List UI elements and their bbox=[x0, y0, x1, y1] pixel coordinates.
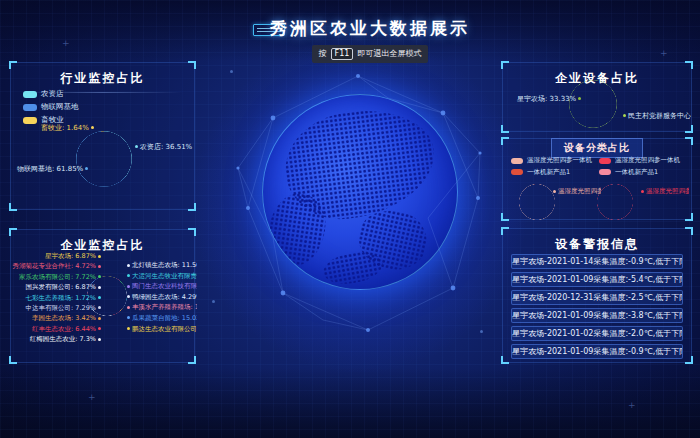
enterprise-labels-left: 星宇农场: 6.87%秀湖菊花专业合作社: 4.72%家乐农场有限公司: 7.7… bbox=[15, 252, 101, 343]
deco-dot bbox=[480, 330, 483, 333]
callout-dot bbox=[91, 126, 94, 129]
legend-item[interactable]: 一体机新产品1 bbox=[599, 168, 680, 177]
pie-callout-label: 瓜果蔬菜自留地: 15.02% bbox=[127, 314, 197, 322]
callout-dot bbox=[127, 295, 130, 298]
legend-item[interactable]: 农资店 bbox=[23, 89, 79, 99]
panel-industry-ratio: 行业监控占比 农资店物联网基地畜牧业 畜牧业: 1.64% 农资店: 36.51… bbox=[10, 62, 195, 210]
label-text: 温湿度光照四参一体机 bbox=[646, 187, 689, 195]
deco-dot bbox=[230, 70, 233, 73]
label-text: 秀湖菊花专业合作社: 4.72% bbox=[13, 262, 96, 270]
legend-item[interactable]: 温湿度光照四参一体机 bbox=[599, 156, 680, 165]
callout-dot bbox=[98, 286, 101, 289]
pie-callout-label: 中达丰有限公司: 7.29% bbox=[26, 304, 101, 312]
callout-dot bbox=[98, 327, 101, 330]
callout-dot bbox=[578, 97, 581, 100]
callout-dot bbox=[98, 275, 101, 278]
corner-bracket bbox=[685, 125, 693, 133]
label-text: 畜牧业: 1.64% bbox=[41, 124, 89, 132]
pie-callout-label: 民主村党群服务中心: bbox=[621, 111, 691, 121]
page-title: 秀洲区农业大数据展示 bbox=[40, 17, 700, 40]
pie-callout-label: 鹏达生态农业有限公司: 6.87% bbox=[127, 325, 197, 333]
devclass-right-donut[interactable] bbox=[597, 184, 633, 220]
legend-label: 物联网基地 bbox=[41, 102, 79, 112]
pie-callout-label: 国兴发有限公司: 6.87% bbox=[26, 283, 101, 291]
alarm-row: 星宇农场-2021-01-09采集温度:-5.4℃,低于下限:0℃ bbox=[511, 272, 683, 287]
label-text: 北灯镇生态农场: 11.56% bbox=[132, 261, 197, 269]
legend-label: 农资店 bbox=[41, 89, 64, 99]
label-text: 鹏达生态农业有限公司: 6.87% bbox=[132, 325, 197, 333]
legend-swatch bbox=[599, 169, 611, 175]
callout-dot bbox=[641, 190, 644, 193]
dashboard: + + + + 秀洲区农业大数据展示 按 bbox=[0, 0, 700, 438]
pie-callout-label: 陶门生态农业科技有限公 bbox=[127, 282, 197, 290]
corner-bracket bbox=[685, 137, 693, 145]
label-text: 农资店: 36.51% bbox=[140, 143, 192, 151]
alarm-list: 星宇农场-2021-01-14采集温度:-0.9℃,低于下限:0℃星宇农场-20… bbox=[511, 254, 683, 359]
legend-swatch bbox=[511, 169, 523, 175]
alarm-row: 星宇农场-2021-01-02采集温度:-2.0℃,低于下限:0℃ bbox=[511, 326, 683, 341]
industry-donut-chart[interactable] bbox=[76, 131, 132, 187]
devclass-chart-left: 温湿度光照四参一体机一体机新产品1 温湿度光照四参一体机 bbox=[509, 155, 603, 219]
panel-title: 行业监控占比 bbox=[11, 70, 194, 87]
legend-item[interactable]: 温湿度光照四参一体机 bbox=[511, 156, 592, 165]
panel-device-ratio: 企业设备占比 星宇农场: 33.33% 民主村党群服务中心: bbox=[502, 62, 692, 132]
pie-callout-label: 丰溪水产养殖养殖场: 1. bbox=[127, 303, 197, 311]
pie-callout-label: 大运河生态牧业有限责任公 bbox=[127, 272, 197, 280]
label-text: 温湿度光照四参一体机 bbox=[558, 187, 601, 195]
devclass-left-donut[interactable] bbox=[519, 184, 555, 220]
corner-bracket bbox=[501, 125, 509, 133]
corner-bracket bbox=[9, 61, 17, 69]
pie-callout-label: 温湿度光照四参一体机 bbox=[641, 187, 689, 196]
corner-bracket bbox=[501, 227, 509, 235]
legend-item[interactable]: 一体机新产品1 bbox=[511, 168, 592, 177]
devclass-chart-right: 温湿度光照四参一体机一体机新产品1 温湿度光照四参一体机 bbox=[597, 155, 691, 219]
pie-callout-label: 秀湖菊花专业合作社: 4.72% bbox=[13, 262, 101, 270]
callout-dot bbox=[127, 306, 130, 309]
corner-bracket bbox=[501, 213, 509, 221]
corner-bracket bbox=[9, 228, 17, 236]
hint-prefix: 按 bbox=[319, 48, 327, 59]
panel-device-alarms: 设备警报信息 星宇农场-2021-01-14采集温度:-0.9℃,低于下限:0℃… bbox=[502, 228, 692, 363]
callout-dot bbox=[127, 264, 130, 267]
pie-callout-label: 畜牧业: 1.64% bbox=[41, 123, 96, 133]
label-text: 李园生态农场: 3.42% bbox=[32, 314, 96, 322]
callout-dot bbox=[623, 114, 626, 117]
callout-dot bbox=[98, 255, 101, 258]
plus-mark: + bbox=[88, 392, 96, 402]
pie-callout-label: 物联网基地: 61.85% bbox=[17, 164, 90, 174]
f11-keycap: F11 bbox=[331, 48, 354, 60]
label-text: 大运河生态牧业有限责任公 bbox=[132, 272, 197, 280]
pie-callout-label: 温湿度光照四参一体机 bbox=[553, 187, 601, 196]
plus-mark: + bbox=[628, 400, 636, 410]
callout-dot bbox=[135, 145, 138, 148]
label-text: 中达丰有限公司: 7.29% bbox=[26, 304, 96, 312]
corner-bracket bbox=[685, 356, 693, 364]
callout-dot bbox=[127, 285, 130, 288]
device-donut-chart[interactable] bbox=[569, 80, 617, 128]
legend-item[interactable]: 物联网基地 bbox=[23, 102, 79, 112]
callout-dot bbox=[98, 338, 101, 341]
callout-dot bbox=[127, 316, 130, 319]
hint-suffix: 即可退出全屏模式 bbox=[357, 48, 421, 59]
legend-label: 一体机新产品1 bbox=[527, 168, 570, 177]
alarm-row: 星宇农场-2021-01-09采集温度:-0.9℃,低于下限:0℃ bbox=[511, 344, 683, 359]
pie-callout-label: 星宇农场: 33.33% bbox=[517, 94, 583, 104]
legend-label: 一体机新产品1 bbox=[615, 168, 658, 177]
deco-dot bbox=[212, 300, 215, 303]
legend-swatch bbox=[23, 104, 37, 111]
legend-swatch bbox=[511, 158, 523, 164]
devclass-left-legend: 温湿度光照四参一体机一体机新产品1 bbox=[511, 156, 592, 177]
label-text: 瓜果蔬菜自留地: 15.02% bbox=[132, 314, 197, 322]
callout-dot bbox=[98, 317, 101, 320]
corner-bracket bbox=[501, 137, 509, 145]
legend-swatch bbox=[23, 117, 37, 124]
fullscreen-hint-box: 按 F11 即可退出全屏模式 bbox=[312, 45, 429, 63]
callout-dot bbox=[98, 265, 101, 268]
corner-bracket bbox=[9, 203, 17, 211]
label-text: 民主村党群服务中心: bbox=[628, 112, 691, 120]
panel-enterprise-ratio: 企业监控占比 星宇农场: 6.87%秀湖菊花专业合作社: 4.72%家乐农场有限… bbox=[10, 229, 195, 363]
industry-legend: 农资店物联网基地畜牧业 bbox=[23, 89, 79, 125]
devclass-right-legend: 温湿度光照四参一体机一体机新产品1 bbox=[599, 156, 680, 177]
label-text: 星宇农场: 6.87% bbox=[45, 252, 96, 260]
globe-landmass bbox=[321, 248, 385, 288]
